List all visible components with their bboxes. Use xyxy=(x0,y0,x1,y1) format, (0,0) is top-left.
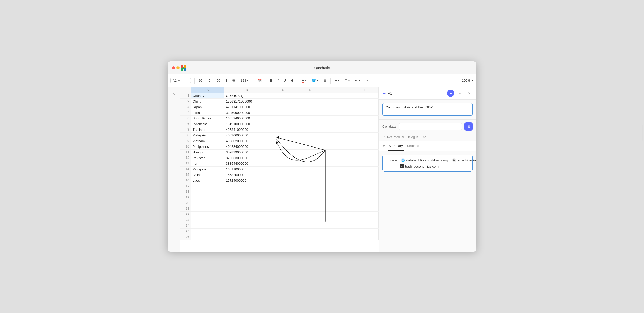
cell-f14[interactable] xyxy=(351,166,379,172)
cell-d9[interactable] xyxy=(297,138,324,144)
cell-b4[interactable]: 3385090000000 xyxy=(224,110,270,115)
cell-c20[interactable] xyxy=(270,200,297,206)
cell-d3[interactable] xyxy=(297,104,324,110)
cell-a17[interactable] xyxy=(191,183,224,189)
cell-d13[interactable] xyxy=(297,161,324,166)
cell-c4[interactable] xyxy=(270,110,297,115)
cell-e22[interactable] xyxy=(324,211,351,217)
tab-settings[interactable]: Settings xyxy=(406,141,420,151)
cell-a25[interactable] xyxy=(191,228,224,234)
cell-b18[interactable] xyxy=(224,189,270,195)
cell-a2[interactable]: China xyxy=(191,98,224,104)
cell-d16[interactable] xyxy=(297,178,324,183)
cell-d6[interactable] xyxy=(297,121,324,127)
cell-b9[interactable]: 408802000000 xyxy=(224,138,270,144)
cell-b7[interactable]: 495341000000 xyxy=(224,127,270,132)
cell-f1[interactable] xyxy=(351,93,379,98)
cell-f25[interactable] xyxy=(351,228,379,234)
cell-f3[interactable] xyxy=(351,104,379,110)
cell-a8[interactable]: Malaysia xyxy=(191,132,224,138)
cell-b23[interactable] xyxy=(224,217,270,223)
fill-color-button[interactable]: 🪣 ▼ xyxy=(310,78,320,84)
decimal-decrease-button[interactable]: 99 xyxy=(197,78,204,84)
cell-c22[interactable] xyxy=(270,211,297,217)
cell-d19[interactable] xyxy=(297,195,324,200)
cell-a1[interactable]: Country xyxy=(191,93,224,98)
cell-b20[interactable] xyxy=(224,200,270,206)
cell-d24[interactable] xyxy=(297,223,324,228)
cell-c14[interactable] xyxy=(270,166,297,172)
borders-button[interactable]: ⊞ xyxy=(321,78,328,84)
cell-d1[interactable] xyxy=(297,93,324,98)
cell-d2[interactable] xyxy=(297,98,324,104)
cell-a15[interactable]: Brunei xyxy=(191,172,224,178)
collapse-sidebar-button[interactable]: ‹› xyxy=(170,90,178,98)
cell-e26[interactable] xyxy=(324,234,351,240)
cell-b25[interactable] xyxy=(224,228,270,234)
align-button[interactable]: ≡ ▼ xyxy=(333,78,342,84)
cell-a9[interactable]: Vietnam xyxy=(191,138,224,144)
cell-f15[interactable] xyxy=(351,172,379,178)
cell-e21[interactable] xyxy=(324,206,351,211)
cell-e10[interactable] xyxy=(324,144,351,149)
cell-b21[interactable] xyxy=(224,206,270,211)
cell-a3[interactable]: Japan xyxy=(191,104,224,110)
cell-b15[interactable]: 16682000000 xyxy=(224,172,270,178)
cell-b26[interactable] xyxy=(224,234,270,240)
cell-b1[interactable]: GDP (USD) xyxy=(224,93,270,98)
collapse-button[interactable]: ▼ xyxy=(382,142,386,150)
cell-f17[interactable] xyxy=(351,183,379,189)
cell-f16[interactable] xyxy=(351,178,379,183)
cell-c17[interactable] xyxy=(270,183,297,189)
clear-button[interactable]: ✕ xyxy=(364,78,371,84)
cell-d7[interactable] xyxy=(297,127,324,132)
cell-c15[interactable] xyxy=(270,172,297,178)
cell-f20[interactable] xyxy=(351,200,379,206)
zoom-box[interactable]: 100% ▼ xyxy=(462,79,474,82)
cell-e6[interactable] xyxy=(324,121,351,127)
cell-d15[interactable] xyxy=(297,172,324,178)
wikipedia-link[interactable]: W en.wikipedia.org xyxy=(452,158,476,162)
cell-c21[interactable] xyxy=(270,206,297,211)
cell-c1[interactable] xyxy=(270,93,297,98)
cell-a20[interactable] xyxy=(191,200,224,206)
cell-d8[interactable] xyxy=(297,132,324,138)
cell-b13[interactable]: 388544000000 xyxy=(224,161,270,166)
cell-a23[interactable] xyxy=(191,217,224,223)
cell-f24[interactable] xyxy=(351,223,379,228)
cell-e4[interactable] xyxy=(324,110,351,115)
cell-c23[interactable] xyxy=(270,217,297,223)
cell-c10[interactable] xyxy=(270,144,297,149)
cell-a4[interactable]: India xyxy=(191,110,224,115)
run-button[interactable]: ▶ xyxy=(447,90,454,97)
cell-e17[interactable] xyxy=(324,183,351,189)
worldbank-link[interactable]: 🌐 databankfiles.worldbank.org xyxy=(401,158,448,162)
cell-e24[interactable] xyxy=(324,223,351,228)
cell-f5[interactable] xyxy=(351,115,379,121)
cell-f2[interactable] xyxy=(351,98,379,104)
cell-e3[interactable] xyxy=(324,104,351,110)
cell-d22[interactable] xyxy=(297,211,324,217)
cell-e20[interactable] xyxy=(324,200,351,206)
close-panel-button[interactable]: ✕ xyxy=(466,90,473,97)
cell-c26[interactable] xyxy=(270,234,297,240)
cell-b11[interactable]: 359839000000 xyxy=(224,149,270,155)
cell-b6[interactable]: 1319100000000 xyxy=(224,121,270,127)
cell-c11[interactable] xyxy=(270,149,297,155)
cell-c16[interactable] xyxy=(270,178,297,183)
cell-f13[interactable] xyxy=(351,161,379,166)
cell-c19[interactable] xyxy=(270,195,297,200)
cell-b22[interactable] xyxy=(224,211,270,217)
split-view-button[interactable]: ⧈ xyxy=(456,90,463,97)
cell-a6[interactable]: Indonesia xyxy=(191,121,224,127)
cell-f12[interactable] xyxy=(351,155,379,161)
cell-e1[interactable] xyxy=(324,93,351,98)
cell-c24[interactable] xyxy=(270,223,297,228)
cell-data-input[interactable] xyxy=(399,123,462,130)
cell-e15[interactable] xyxy=(324,172,351,178)
cell-b14[interactable]: 16811000000 xyxy=(224,166,270,172)
cell-b8[interactable]: 406306000000 xyxy=(224,132,270,138)
cell-f10[interactable] xyxy=(351,144,379,149)
cell-f21[interactable] xyxy=(351,206,379,211)
cell-f26[interactable] xyxy=(351,234,379,240)
